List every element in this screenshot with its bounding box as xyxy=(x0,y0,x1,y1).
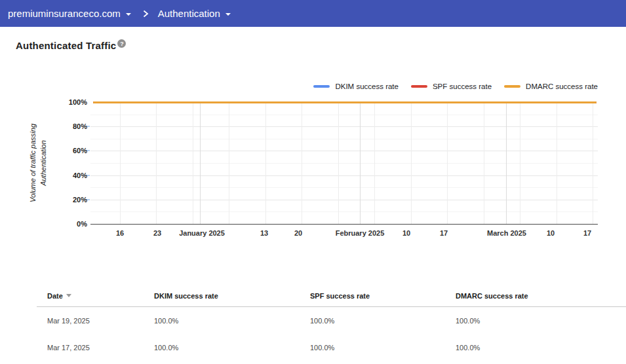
table-row: Mar 17, 2025100.0%100.0%100.0% xyxy=(37,334,626,361)
gridline-vertical-week xyxy=(229,102,229,224)
y-axis-tick-label: 80% xyxy=(56,122,87,130)
page-title-row: Authenticated Traffic ? xyxy=(16,40,126,51)
gridline-vertical-week xyxy=(374,102,375,224)
section-selector[interactable]: Authentication xyxy=(158,8,231,19)
gridline-horizontal xyxy=(90,126,598,127)
sort-descending-icon xyxy=(66,294,71,297)
series-line-dmarc xyxy=(93,101,597,103)
gridline-vertical-month xyxy=(360,102,361,224)
legend-item-dmarc: DMARC success rate xyxy=(504,82,598,90)
page: premiuminsuranceco.com Authentication Au… xyxy=(0,0,626,364)
gridline-vertical-month xyxy=(200,102,201,224)
caret-down-icon xyxy=(225,13,231,16)
page-title: Authenticated Traffic xyxy=(16,40,116,51)
gridline-vertical-week xyxy=(338,102,339,224)
table-cell-value: 100.0% xyxy=(456,344,626,352)
table-header-date-label: Date xyxy=(47,292,63,300)
table-header-date[interactable]: Date xyxy=(47,292,154,300)
x-axis-tick-label: 17 xyxy=(440,229,448,237)
table-cell-value: 100.0% xyxy=(154,344,310,352)
table-cell-value: 100.0% xyxy=(310,317,456,325)
legend-item-dkim: DKIM success rate xyxy=(313,82,399,90)
data-table: Date DKIM success rate SPF success rate … xyxy=(37,288,626,361)
gridline-vertical-week xyxy=(302,102,302,224)
gridline-vertical-week xyxy=(520,102,520,224)
gridline-horizontal xyxy=(90,139,598,139)
x-axis-line xyxy=(90,224,598,225)
gridline-horizontal xyxy=(90,151,598,151)
gridline-vertical-week xyxy=(411,102,412,224)
x-axis-tick-label: March 2025 xyxy=(487,229,526,237)
help-icon[interactable]: ? xyxy=(117,39,126,48)
x-axis-ticks: 1623January 20251320February 20251017Mar… xyxy=(93,229,598,240)
table-cell-value: 100.0% xyxy=(154,317,310,325)
gridline-horizontal xyxy=(90,200,598,200)
x-axis-tick-label: January 2025 xyxy=(179,229,225,237)
table-header-spf: SPF success rate xyxy=(310,292,456,300)
table-cell-value: 100.0% xyxy=(310,344,456,352)
table-header-dkim: DKIM success rate xyxy=(154,292,310,300)
domain-selector-label: premiuminsuranceco.com xyxy=(8,8,121,19)
gridline-vertical-week xyxy=(447,102,448,224)
gridline-horizontal xyxy=(90,175,598,176)
x-axis-tick-label: 13 xyxy=(260,229,268,237)
gridline-vertical-week xyxy=(156,102,157,224)
x-axis-tick-label: 23 xyxy=(153,229,161,237)
x-axis-tick-label: 17 xyxy=(583,229,591,237)
chart-legend: DKIM success rateSPF success rateDMARC s… xyxy=(313,82,598,90)
gridline-horizontal xyxy=(90,187,598,188)
gridline-vertical-week xyxy=(193,102,193,224)
legend-label: DMARC success rate xyxy=(526,82,598,90)
y-axis-tick-label: 0% xyxy=(56,220,87,228)
chevron-right-icon xyxy=(142,10,149,18)
legend-swatch xyxy=(504,85,520,88)
top-navigation-bar: premiuminsuranceco.com Authentication xyxy=(0,0,626,27)
gridline-vertical-week xyxy=(120,102,121,224)
gridline-vertical-week xyxy=(593,102,593,224)
gridline-vertical-week xyxy=(557,102,557,224)
table-cell-date: Mar 17, 2025 xyxy=(47,344,154,352)
plot-area xyxy=(93,102,598,224)
y-axis-tick-label: 20% xyxy=(56,196,87,204)
gridline-horizontal xyxy=(90,163,598,164)
legend-item-spf: SPF success rate xyxy=(411,82,492,90)
legend-swatch xyxy=(313,85,330,88)
table-header-dmarc: DMARC success rate xyxy=(456,292,626,300)
gridline-horizontal xyxy=(90,115,598,115)
y-axis-tick-label: 40% xyxy=(56,172,87,179)
x-axis-tick-label: 10 xyxy=(547,229,555,237)
table-cell-date: Mar 19, 2025 xyxy=(47,317,154,325)
caret-down-icon xyxy=(126,13,131,16)
domain-selector[interactable]: premiuminsuranceco.com xyxy=(8,8,131,19)
y-axis-title: Volume of traffic passing Authentication xyxy=(28,98,49,228)
x-axis-tick-label: 20 xyxy=(294,229,302,237)
gridline-vertical-week xyxy=(484,102,484,224)
legend-label: SPF success rate xyxy=(433,82,492,90)
legend-label: DKIM success rate xyxy=(335,82,399,90)
table-cell-value: 100.0% xyxy=(456,317,626,325)
y-axis-tick-label: 60% xyxy=(56,147,87,155)
table-row: Mar 19, 2025100.0%100.0%100.0% xyxy=(37,307,626,334)
table-header-row: Date DKIM success rate SPF success rate … xyxy=(37,288,626,303)
gridline-vertical-week xyxy=(265,102,266,224)
table-body: Mar 19, 2025100.0%100.0%100.0%Mar 17, 20… xyxy=(37,307,626,361)
section-selector-label: Authentication xyxy=(158,8,220,19)
x-axis-tick-label: 16 xyxy=(116,229,124,237)
gridline-horizontal xyxy=(90,211,598,212)
gridline-vertical-month xyxy=(506,102,507,224)
x-axis-tick-label: 10 xyxy=(402,229,410,237)
legend-swatch xyxy=(411,85,427,88)
x-axis-tick-label: February 2025 xyxy=(336,229,385,237)
y-axis-tick-label: 100% xyxy=(56,98,87,106)
